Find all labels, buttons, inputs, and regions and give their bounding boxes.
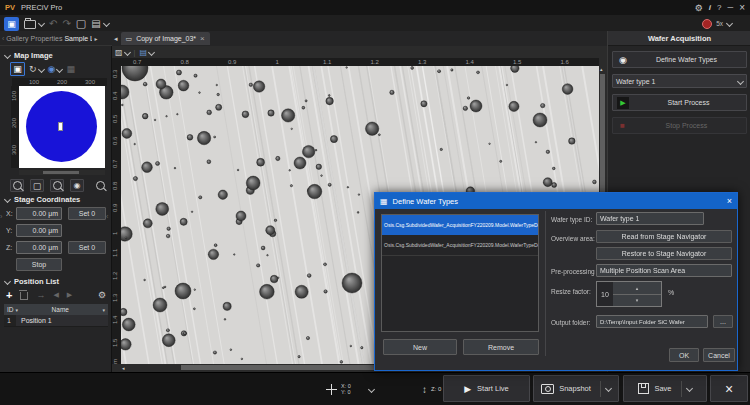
- info-icon[interactable]: i: [709, 3, 711, 12]
- chevron-down-icon: [56, 65, 63, 72]
- zoom-tool-icon[interactable]: [96, 181, 105, 190]
- dialog-close-icon[interactable]: ×: [727, 196, 732, 206]
- add-position-icon[interactable]: +: [6, 289, 12, 301]
- map-select-tool-button[interactable]: ▣: [10, 62, 25, 76]
- fullscreen-icon[interactable]: ▢: [76, 17, 86, 30]
- start-live-button[interactable]: ▶ Start Live: [443, 375, 530, 402]
- tab-gallery[interactable]: Gallery: [6, 35, 28, 42]
- stage-coordinates-header[interactable]: Stage Coordinates: [5, 195, 80, 204]
- wafer-type-dropdown[interactable]: Wafer type 1: [612, 74, 747, 88]
- cancel-button[interactable]: Cancel: [703, 348, 735, 362]
- tab-sample-list[interactable]: Sample List: [64, 35, 92, 42]
- xy-stage-control[interactable]: X: 0 Y: 0: [322, 378, 378, 400]
- snapshot-button[interactable]: Snapshot: [533, 375, 619, 402]
- zoom-region-button[interactable]: [50, 179, 64, 192]
- spin-up-button[interactable]: ▴: [613, 282, 661, 295]
- restore-to-stage-navigator-button[interactable]: Restore to Stage Navigator: [596, 247, 732, 260]
- read-from-stage-navigator-button[interactable]: Read from Stage Navigator: [596, 230, 732, 243]
- window-close-icon[interactable]: ×: [739, 2, 745, 13]
- scroll-up-icon[interactable]: ▴: [600, 66, 603, 72]
- zoom-in-button[interactable]: [10, 179, 24, 192]
- new-button[interactable]: New: [383, 339, 457, 355]
- z-set0-button[interactable]: Set 0: [68, 241, 106, 254]
- document-tab-label: Copy of Image_03*: [136, 35, 196, 42]
- ok-button[interactable]: OK: [669, 348, 699, 362]
- close-live-button[interactable]: ×: [710, 375, 748, 402]
- display-mode-button[interactable]: ▤: [139, 48, 154, 57]
- stage-position-marker[interactable]: [58, 122, 63, 131]
- undo-icon[interactable]: ↶: [49, 18, 57, 29]
- sidebar-collapse-left-icon[interactable]: ›: [0, 213, 2, 220]
- wafer-type-list-item-selected[interactable]: Osis.Csg.SubdividedWafer_AcquisitionFY22…: [382, 215, 538, 235]
- tab-close-icon[interactable]: ×: [200, 34, 205, 43]
- app-menu-button[interactable]: ▣: [4, 17, 19, 31]
- pre-processing-macro-dropdown[interactable]: Multiple Position Scan Area: [596, 264, 732, 277]
- filter-icon[interactable]: ▾: [102, 307, 105, 313]
- move-to-position-icon[interactable]: →: [36, 290, 45, 300]
- dialog-title-bar[interactable]: ▦ Define Wafer Types ×: [375, 193, 737, 209]
- wafer-type-id-input[interactable]: Wafer type 1: [596, 212, 704, 225]
- position-settings-icon[interactable]: ⚙: [98, 290, 106, 300]
- settings-icon[interactable]: ⚙: [695, 3, 703, 13]
- chevron-down-icon[interactable]: [605, 385, 612, 392]
- z-coordinate-field[interactable]: 0.00 μm: [16, 241, 62, 254]
- annotation-tool-button[interactable]: ▨: [115, 48, 130, 57]
- fit-view-button[interactable]: ▢: [30, 179, 44, 192]
- previous-position-icon[interactable]: ◀: [53, 291, 58, 299]
- spin-down-button[interactable]: ▾: [613, 295, 661, 307]
- define-wafer-types-button[interactable]: ◉ Define Wafer Types: [612, 51, 747, 68]
- sidebar-collapse-right-icon[interactable]: ‹: [106, 213, 108, 220]
- stage-limit-icon[interactable]: ▦: [66, 64, 75, 74]
- x-coordinate-field[interactable]: 0.00 μm: [16, 207, 62, 220]
- wafer-type-list-item[interactable]: Osis.Csg.SubdividedWafer_AcquisitionFY22…: [382, 235, 538, 256]
- open-file-button[interactable]: [24, 18, 44, 29]
- remove-button[interactable]: Remove: [463, 339, 539, 355]
- y-coordinate-field[interactable]: 0.00 μm: [16, 224, 62, 237]
- minimize-icon[interactable]: ─: [727, 3, 733, 12]
- xy-crosshair-icon: [326, 384, 337, 395]
- scroll-left-icon[interactable]: ◂: [122, 365, 125, 371]
- position-table-row[interactable]: 1 Position 1: [4, 315, 108, 327]
- position-list-header[interactable]: Position List: [5, 277, 59, 286]
- output-folder-value: D:\Temp\Input Folder SiC Wafer: [600, 319, 685, 325]
- doc-tab-scroll-icon[interactable]: ◂: [114, 35, 118, 43]
- save-button[interactable]: Save: [623, 375, 707, 402]
- stop-process-button[interactable]: ■ Stop Process: [612, 117, 747, 134]
- map-zoom-toolbar: ▢ ◉: [10, 179, 105, 192]
- map-stage-button[interactable]: ◉: [48, 64, 63, 74]
- map-hscrollbar[interactable]: [19, 170, 105, 175]
- tab-scroll-right-icon[interactable]: ▸: [94, 35, 97, 42]
- position-table-header[interactable]: ID ▾ Name ▾: [4, 304, 108, 315]
- map-canvas[interactable]: [19, 86, 105, 168]
- app-logo: PV: [5, 3, 15, 12]
- tab-properties[interactable]: Properties: [31, 35, 63, 42]
- stop-process-icon: ■: [620, 121, 625, 130]
- chevron-down-icon: [726, 20, 733, 27]
- chevron-down-icon[interactable]: [686, 385, 693, 392]
- browse-folder-button[interactable]: ...: [713, 315, 733, 328]
- output-folder-input[interactable]: D:\Temp\Input Folder SiC Wafer: [596, 315, 708, 328]
- stop-stage-button[interactable]: Stop: [16, 258, 62, 271]
- dialog-title: Define Wafer Types: [393, 197, 458, 206]
- filter-icon[interactable]: ▾: [16, 307, 19, 313]
- x-set0-button[interactable]: Set 0: [68, 207, 106, 220]
- redo-icon[interactable]: ↷: [62, 18, 70, 29]
- document-tab[interactable]: ▭ Copy of Image_03* ×: [121, 32, 210, 45]
- tab-scroll-left-icon[interactable]: ‹: [2, 35, 4, 42]
- resize-factor-value[interactable]: 10: [597, 282, 613, 306]
- help-icon[interactable]: ?: [717, 3, 721, 12]
- row-name-cell: Position 1: [16, 317, 52, 324]
- start-process-button[interactable]: ▶ Start Process: [612, 94, 747, 111]
- resize-factor-spinner[interactable]: 10 ▴ ▾: [596, 281, 662, 307]
- map-image-header[interactable]: Map Image: [5, 51, 53, 60]
- pan-button[interactable]: ◉: [70, 179, 84, 192]
- delete-position-icon[interactable]: [20, 292, 28, 300]
- wafer-type-list[interactable]: Osis.Csg.SubdividedWafer_AcquisitionFY22…: [381, 214, 539, 332]
- set0-label: Set 0: [79, 244, 95, 251]
- map-refresh-button[interactable]: ↻: [29, 64, 44, 74]
- magnification-selector[interactable]: 5x: [702, 19, 732, 29]
- report-button[interactable]: ▤: [91, 18, 108, 29]
- define-wafer-types-dialog: ▦ Define Wafer Types × Osis.Csg.Subdivid…: [374, 192, 738, 371]
- next-position-icon[interactable]: ▶: [67, 291, 72, 299]
- camera-icon: [541, 384, 554, 394]
